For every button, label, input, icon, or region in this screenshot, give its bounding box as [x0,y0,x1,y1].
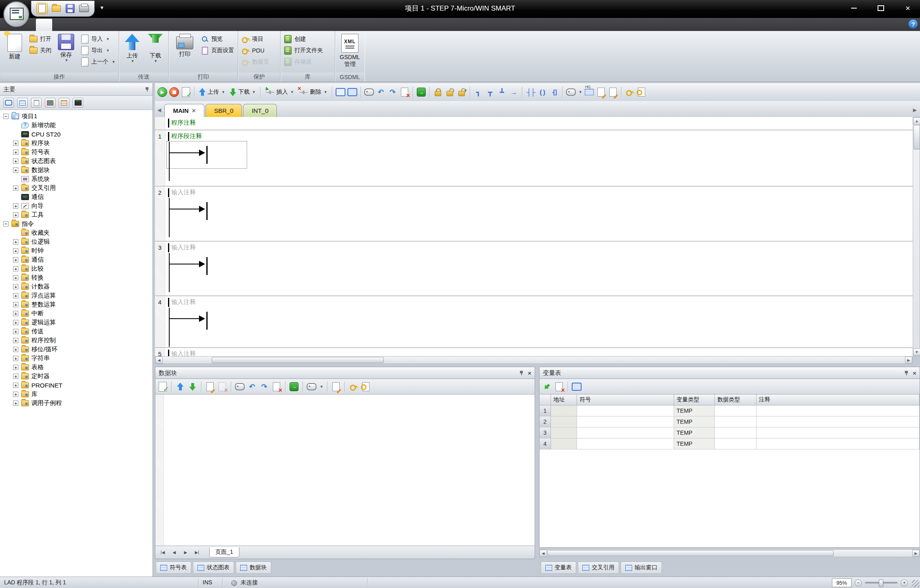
insert-up-line-icon[interactable] [497,87,507,97]
tree-expand-icon[interactable] [3,114,9,119]
key-icon[interactable] [349,382,358,392]
tree-expand-icon[interactable] [13,284,18,289]
tree-item[interactable]: 调用子例程 [0,399,152,407]
data-type-cell[interactable] [715,438,756,449]
save-icon[interactable] [65,3,75,14]
protect-pou-button[interactable]: POU [241,46,269,55]
close-panel-icon[interactable]: × [528,370,531,377]
insert-branch-icon[interactable] [473,87,483,97]
var-type-cell[interactable]: TEMP [674,416,715,427]
delete-network-button[interactable]: 删除▼ [297,86,329,98]
tree-expand-icon[interactable] [13,159,18,164]
pin-icon[interactable] [519,371,524,375]
lock-closed-icon[interactable] [433,87,443,97]
bottom-tab[interactable]: 符号表 [156,562,191,574]
toggle-addressing-icon[interactable] [584,87,594,97]
data-type-cell[interactable] [715,427,756,438]
resize-grip[interactable] [912,580,919,587]
network-comment[interactable]: 输入注释 [171,244,196,251]
data-block-view-icon[interactable] [31,98,42,108]
library-open-folder-button[interactable]: 打开文件夹 [284,46,323,55]
status-chart-view-icon[interactable] [17,98,28,108]
tree-item[interactable]: 项目1 [0,112,152,121]
delete-page-button[interactable] [400,87,409,97]
table-row[interactable]: 1 TEMP [540,405,920,416]
scroll-left-icon[interactable]: ◀ [540,550,547,557]
save-dropdown-icon[interactable]: ▼ [65,58,69,62]
column-header[interactable]: 数据类型 [715,394,756,405]
insert-coil-icon[interactable] [537,87,547,97]
insert-row-icon[interactable] [331,382,341,392]
tree-expand-icon[interactable] [13,203,18,209]
data-type-cell[interactable] [715,416,756,427]
editor-vertical-scrollbar[interactable]: ▲ ▼ [913,117,920,356]
scroll-up-icon[interactable]: ▲ [913,117,920,125]
tree-expand-icon[interactable] [13,141,18,146]
open-button[interactable]: 打开 [29,34,51,44]
tree-item[interactable]: 新增功能 [0,121,152,130]
insert-box-icon[interactable] [549,87,559,97]
address-cell[interactable] [551,416,577,427]
close-project-button[interactable]: 关闭 [29,46,51,55]
tab-close-icon[interactable]: × [192,107,196,115]
network-comment[interactable]: 输入注释 [171,298,196,306]
page-setup-button[interactable]: 页面设置 [201,46,234,55]
program-comment-row[interactable]: 程序注释 [155,117,913,130]
ladder-network[interactable]: 1 程序段注释 [155,130,913,186]
symbol-cell[interactable] [577,405,674,416]
bottom-tab[interactable]: 数据块 [236,562,271,574]
data-block-page-tab[interactable]: 页面_1 [209,547,239,557]
column-header[interactable]: 变量类型 [674,394,715,405]
comment-cell[interactable] [756,438,920,449]
insert-contact-icon[interactable] [526,87,535,97]
insert-network-button[interactable]: 插入▼ [264,86,295,98]
redo-button[interactable]: ↷ [388,87,398,97]
tree-item[interactable]: 库 [0,390,152,399]
customize-toolbar-icon[interactable]: ▼ [100,5,104,11]
pou-window-alt-icon[interactable] [347,87,357,97]
editor-horizontal-scrollbar[interactable]: ◀ ▶ [155,356,913,364]
export-button[interactable]: 导出▼ [81,46,115,55]
zoom-slider-thumb[interactable] [879,579,883,587]
library-create-button[interactable]: 创建 [284,34,323,44]
print-button[interactable]: 打印 [172,33,197,57]
tree-expand-icon[interactable] [13,266,18,271]
communications-view-icon[interactable] [73,98,83,108]
tree-item[interactable]: 交叉引用 [0,183,152,192]
scroll-right-icon[interactable]: ▶ [912,550,920,557]
delete-button[interactable] [272,382,281,392]
next-page-icon[interactable]: ▶ [181,548,190,557]
tree-item[interactable]: 中断 [0,309,152,318]
insert-row-button[interactable] [542,382,552,392]
tree-expand-icon[interactable] [13,338,18,343]
tree-expand-icon[interactable] [3,221,9,227]
symbol-cell[interactable] [577,416,674,427]
tree-expand-icon[interactable] [13,212,18,218]
tree-item[interactable]: 通信 [0,255,152,264]
bottom-tab[interactable]: 输出窗口 [621,562,662,574]
zoom-in-button[interactable]: + [901,579,908,586]
delete-row-button[interactable] [554,382,564,392]
tree-item[interactable]: 指令 [0,219,152,228]
download-toolbar-button[interactable]: 下载▼ [228,86,257,98]
network-comment[interactable]: 程序段注释 [171,132,202,140]
previous-page-icon[interactable]: ◀ [169,548,179,557]
tree-item[interactable]: 工具 [0,210,152,219]
save-button[interactable]: 保存 ▼ [55,33,77,62]
var-type-cell[interactable]: TEMP [674,438,715,449]
table-row[interactable]: 2 TEMP [540,416,920,427]
tree-item[interactable]: 状态图表 [0,156,152,165]
menu-item[interactable] [36,19,52,31]
tree-item[interactable]: 收藏夹 [0,228,152,237]
open-file-icon[interactable] [51,3,62,14]
tree-item[interactable]: 移位/循环 [0,345,152,354]
tree-expand-icon[interactable] [13,329,18,334]
address-box-icon[interactable] [364,87,374,97]
cross-reference-view-icon[interactable] [45,98,55,108]
close-panel-icon[interactable]: × [913,370,916,377]
editor-tab[interactable]: MAIN × [164,104,204,117]
tree-expand-icon[interactable] [13,374,18,379]
address-tag-icon[interactable] [307,382,316,392]
insert-page-icon[interactable] [205,382,215,392]
undo-button[interactable]: ↶ [247,382,257,392]
